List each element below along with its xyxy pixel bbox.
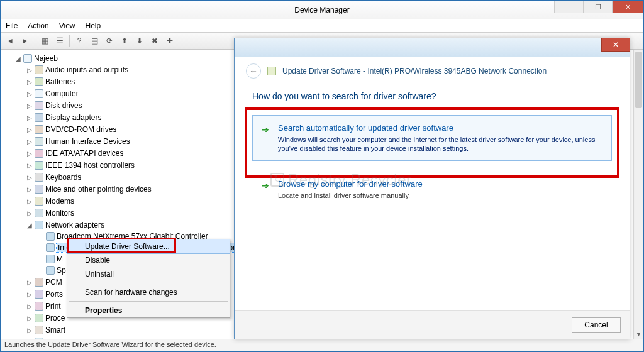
disable-icon[interactable]: ⬇ [133,34,147,48]
scrollbar-thumb[interactable] [635,52,642,108]
menubar: File Action View Help [1,19,643,32]
port-icon [35,290,43,299]
option-title: Browse my computer for driver software [278,179,601,189]
minimize-button[interactable]: — [554,1,583,13]
ctx-update-driver[interactable]: Update Driver Software... [67,239,230,254]
uninstall-icon[interactable]: ✖ [148,34,162,48]
firewire-icon [35,161,43,170]
nic-icon [46,266,55,275]
modem-icon [35,197,43,206]
display-icon [35,113,43,122]
scroll-down-icon[interactable]: ▼ [634,329,643,339]
back-icon[interactable]: ← [246,63,261,79]
driver-icon [267,67,276,75]
printer-icon [35,302,43,311]
hid-icon [35,137,43,146]
window-controls: — ☐ ✕ [554,1,643,13]
nic-icon [46,243,55,252]
ctx-separator [69,301,228,302]
menu-help[interactable]: Help [86,21,101,30]
monitor-icon [35,209,43,217]
ctx-scan[interactable]: Scan for hardware changes [67,285,230,299]
battery-icon [35,77,43,86]
ctx-uninstall[interactable]: Uninstall [67,267,230,281]
dialog-footer: Cancel [235,310,630,339]
properties-icon[interactable]: ▤ [87,34,101,48]
computer-icon [35,89,43,98]
ctx-properties[interactable]: Properties [67,304,230,317]
ide-icon [35,149,43,158]
context-menu: Update Driver Software... Disable Uninst… [67,239,230,318]
show-hide-tree-icon[interactable]: ▦ [38,34,52,48]
menu-action[interactable]: Action [28,21,48,30]
network-icon [35,221,43,229]
option-browse-computer[interactable]: ➔ Browse my computer for driver software… [252,171,612,208]
software-icon [35,338,43,339]
vertical-scrollbar[interactable]: ▲ ▼ [633,50,643,339]
audio-icon [35,65,43,74]
disk-icon [35,101,43,110]
dialog-header: ← Update Driver Software - Intel(R) PRO/… [235,57,630,82]
titlebar: Device Manager — ☐ ✕ [1,1,643,19]
ctx-separator [69,283,228,283]
option-title: Search automatically for updated driver … [278,123,601,133]
pcmcia-icon [35,278,43,287]
menu-file[interactable]: File [6,21,18,30]
nic-icon [46,255,55,263]
forward-icon[interactable]: ► [18,34,32,48]
dialog-close-button[interactable]: ✕ [601,38,630,52]
update-driver-icon[interactable]: ⬆ [118,34,131,48]
mouse-icon [35,185,43,194]
window-title: Device Manager [294,6,349,14]
close-button[interactable]: ✕ [612,1,643,13]
update-driver-dialog: ✕ ← Update Driver Software - Intel(R) PR… [234,38,630,339]
processor-icon [35,314,43,322]
maximize-button[interactable]: ☐ [583,1,612,13]
arrow-icon: ➔ [262,124,269,135]
option-desc: Locate and install driver software manua… [278,191,601,200]
keyboard-icon [35,173,43,182]
dialog-titlebar: ✕ [235,38,630,57]
ctx-disable[interactable]: Disable [67,253,230,267]
menu-view[interactable]: View [59,21,75,30]
back-icon[interactable]: ◄ [3,34,17,48]
dialog-title: Update Driver Software - Intel(R) PRO/Wi… [282,67,547,75]
cancel-button[interactable]: Cancel [572,317,621,333]
option-search-automatically[interactable]: ➔ Search automatically for updated drive… [252,115,612,161]
dialog-question: How do you want to search for driver sof… [252,91,612,101]
dialog-body: How do you want to search for driver sof… [235,82,630,310]
help-topics-icon[interactable]: ☰ [53,34,67,48]
add-legacy-icon[interactable]: ✚ [163,34,177,48]
arrow-icon: ➔ [262,180,269,190]
smartcard-icon [35,326,43,334]
scan-icon[interactable]: ⟳ [103,34,116,48]
nic-icon [46,232,55,241]
status-bar: Launches the Update Driver Software Wiza… [1,339,643,351]
help-icon[interactable]: ? [72,34,86,48]
computer-icon [23,54,32,63]
dvd-icon [35,125,43,134]
option-desc: Windows will search your computer and th… [278,135,601,153]
